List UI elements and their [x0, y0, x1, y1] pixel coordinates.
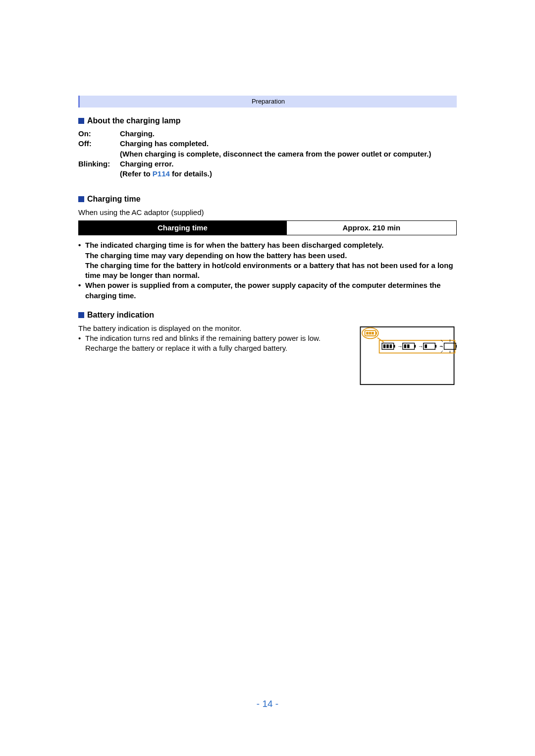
svg-rect-2: [375, 331, 377, 334]
lamp-val-blinking-line2: (Refer to P114 for details.): [120, 169, 212, 178]
note-line: The charging time may vary depending on …: [85, 251, 347, 260]
charging-time-notes: • The indicated charging time is for whe…: [78, 240, 457, 301]
svg-rect-9: [394, 345, 395, 347]
lamp-key-on: On:: [78, 129, 120, 139]
lamp-row-on: On: Charging.: [78, 129, 457, 139]
svg-rect-3: [366, 331, 369, 334]
bullet-dot-icon: •: [78, 280, 85, 301]
monitor-svg-icon: → → →: [358, 324, 457, 388]
lamp-val-blinking-pre: (Refer to: [120, 169, 153, 178]
lamp-val-blinking-line1: Charging error.: [120, 160, 173, 168]
bullet-dot-icon: •: [78, 240, 85, 280]
lamp-row-off: Off: Charging has completed. (When charg…: [78, 139, 457, 159]
charging-time-table: Charging time Approx. 210 min: [78, 220, 457, 235]
svg-rect-5: [372, 331, 374, 334]
heading-charging-lamp: About the charging lamp: [78, 115, 457, 126]
battery-indication-illustration: → → →: [358, 324, 457, 388]
lamp-val-blinking-post: for details.): [170, 169, 212, 178]
svg-rect-12: [390, 344, 392, 348]
svg-rect-10: [383, 344, 386, 348]
bullet-dot-icon: •: [78, 333, 85, 354]
battery-indication-block: The battery indication is displayed on t…: [78, 324, 457, 388]
lamp-val-off-line2: (When charging is complete, disconnect t…: [120, 150, 431, 158]
lamp-val-off-line1: Charging has completed.: [120, 139, 209, 148]
lamp-val-on: Charging.: [120, 129, 457, 139]
note-item: • The indicated charging time is for whe…: [78, 240, 457, 280]
charging-time-subtext: When using the AC adaptor (supplied): [78, 208, 457, 217]
charging-time-label-cell: Charging time: [79, 221, 287, 235]
svg-rect-17: [407, 344, 410, 348]
svg-text:→: →: [418, 343, 424, 349]
square-bullet-icon: [78, 118, 84, 124]
battery-indication-line1: The battery indication is displayed on t…: [78, 324, 348, 333]
svg-rect-4: [369, 331, 372, 334]
square-bullet-icon: [78, 196, 84, 202]
svg-rect-24: [456, 345, 457, 347]
square-bullet-icon: [78, 312, 84, 318]
battery-indication-bullet: • The indication turns red and blinks if…: [78, 333, 348, 354]
svg-rect-20: [435, 345, 436, 347]
lamp-row-blinking: Blinking: Charging error. (Refer to P114…: [78, 159, 457, 179]
svg-rect-15: [415, 345, 416, 347]
note-text: The indicated charging time is for when …: [85, 240, 457, 280]
lamp-val-blinking: Charging error. (Refer to P114 for detai…: [120, 159, 457, 179]
lamp-key-off: Off:: [78, 139, 120, 159]
svg-rect-16: [404, 344, 407, 348]
note-line: The charging time for the battery in hot…: [85, 261, 453, 279]
heading-battery-indication: Battery indication: [78, 310, 457, 321]
page-link-p114[interactable]: P114: [153, 169, 170, 178]
note-item: • When power is supplied from a computer…: [78, 280, 457, 301]
heading-charging-time: Charging time: [78, 194, 457, 205]
note-line: The indicated charging time is for when …: [85, 241, 383, 249]
page: Preparation About the charging lamp On: …: [0, 0, 535, 756]
charging-time-value-cell: Approx. 210 min: [286, 221, 456, 235]
svg-rect-21: [425, 344, 427, 348]
section-banner: Preparation: [78, 96, 457, 108]
svg-line-28: [441, 351, 443, 353]
page-number: - 14 -: [0, 698, 535, 710]
battery-indication-line2: The indication turns red and blinks if t…: [85, 333, 348, 354]
heading-battery-indication-text: Battery indication: [87, 311, 154, 319]
svg-text:→: →: [397, 343, 403, 349]
svg-rect-11: [386, 344, 389, 348]
heading-charging-time-text: Charging time: [87, 195, 141, 203]
lamp-val-off: Charging has completed. (When charging i…: [120, 139, 457, 159]
battery-indication-text: The battery indication is displayed on t…: [78, 324, 348, 354]
section-banner-label: Preparation: [252, 98, 285, 105]
heading-charging-lamp-text: About the charging lamp: [87, 116, 180, 125]
table-row: Charging time Approx. 210 min: [79, 221, 457, 235]
note-text: When power is supplied from a computer, …: [85, 280, 457, 301]
lamp-key-blinking: Blinking:: [78, 159, 120, 179]
